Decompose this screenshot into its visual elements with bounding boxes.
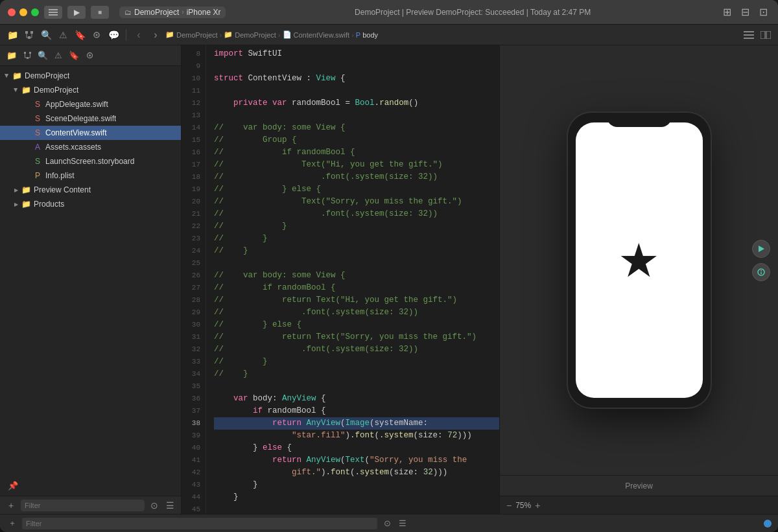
preview-play-button[interactable]: [752, 240, 770, 258]
code-line: // }: [214, 245, 499, 257]
line-num: 28: [182, 294, 206, 306]
sidebar-item-assets[interactable]: ▶ A Assets.xcassets: [0, 140, 181, 154]
secondary-toolbar: 📁 🔍 ⚠ 🔖 💬 ‹ › 📁 DemoProject › 📁 DemoProj…: [0, 25, 778, 45]
status-filter-input[interactable]: [22, 518, 377, 529]
git-icon[interactable]: [89, 28, 104, 42]
code-line: // }: [214, 220, 499, 233]
svg-rect-13: [744, 38, 754, 39]
sidebar-item-label: SceneDelegate.swift: [45, 114, 116, 123]
bookmark-icon[interactable]: 🔖: [73, 28, 87, 42]
sidebar-item-demoproj-group[interactable]: ▶ 📁 DemoProject: [0, 83, 181, 97]
file-tree: ▶ 📁 DemoProject ▶ 📁 DemoProject ▶ S AppD…: [0, 66, 181, 496]
filter-options-button[interactable]: ⊙: [148, 500, 160, 511]
search-icon[interactable]: 🔍: [39, 28, 53, 42]
arrow-icon: ▶: [12, 200, 21, 209]
svg-point-10: [96, 34, 98, 36]
sidebar-item-label: Info.plist: [45, 171, 75, 180]
editor-toggle-button[interactable]: ⊟: [738, 6, 752, 19]
sidebar-item-appdelegate[interactable]: ▶ S AppDelegate.swift: [0, 97, 181, 111]
folder-icon[interactable]: 📁: [5, 28, 19, 42]
folder-icon: 📁: [21, 185, 31, 195]
sidebar-bookmark-icon[interactable]: 🔖: [67, 49, 80, 62]
code-line: [214, 85, 499, 97]
sidebar-item-contentview[interactable]: ▶ S ContentView.swift: [0, 126, 181, 140]
sidebar-item-scenedelegate[interactable]: ▶ S SceneDelegate.swift: [0, 111, 181, 126]
layout-toggle-button[interactable]: ⊞: [720, 6, 734, 19]
preview-pane: ★: [499, 45, 778, 514]
sidebar-folder-icon[interactable]: 📁: [5, 49, 18, 62]
back-button[interactable]: ‹: [132, 28, 146, 42]
line-num: 27: [182, 282, 206, 294]
filter-input[interactable]: [21, 500, 145, 511]
svg-rect-17: [29, 52, 31, 54]
code-line: // Group {: [214, 134, 499, 146]
titlebar-status: DemoProject | Preview DemoProject: Succe…: [231, 8, 714, 17]
zoom-plus-button[interactable]: +: [535, 500, 540, 511]
warning-icon[interactable]: ⚠: [56, 28, 70, 42]
sidebar-item-preview-content[interactable]: ▶ 📁 Preview Content: [0, 183, 181, 197]
breadcrumb-demoproj1[interactable]: DemoProject: [176, 31, 218, 39]
code-line: // }: [214, 368, 499, 380]
sidebar-warning-icon[interactable]: ⚠: [52, 49, 65, 62]
breadcrumb-filename[interactable]: ContentView.swift: [294, 31, 350, 39]
inspector-toggle-button[interactable]: ⊡: [756, 6, 770, 19]
line-num: 32: [182, 343, 206, 356]
line-numbers: 8 9 10 11 12 13 14 15 16 17 18 19 20 21 …: [182, 45, 206, 514]
hierarchy-icon[interactable]: [22, 28, 36, 42]
folder-icon: 📁: [21, 199, 31, 209]
breadcrumb-symbol[interactable]: body: [362, 31, 378, 39]
maximize-button[interactable]: [31, 8, 39, 16]
sidebar-item-launchscreen[interactable]: ▶ S LaunchScreen.storyboard: [0, 154, 181, 168]
svg-rect-16: [24, 52, 26, 54]
sidebar-toggle-button[interactable]: [44, 6, 62, 19]
sidebar-item-label: Products: [34, 200, 64, 209]
preview-inspect-button[interactable]: [752, 263, 770, 281]
code-line: // var body: some View {: [214, 122, 499, 134]
filter-list-button[interactable]: ☰: [397, 518, 408, 529]
breadcrumb-demoproj2[interactable]: DemoProject: [235, 31, 276, 39]
filter-options-button[interactable]: ⊙: [381, 518, 393, 529]
line-num: 37: [182, 405, 206, 417]
code-line: gift.").font(.system(size: 32))): [214, 467, 499, 479]
line-num: 34: [182, 368, 206, 380]
sidebar-search-icon[interactable]: 🔍: [36, 49, 49, 62]
stop-button[interactable]: ■: [91, 6, 109, 19]
pin-icon[interactable]: 📌: [8, 481, 18, 491]
sidebar-hierarchy-icon[interactable]: [21, 49, 34, 62]
code-line: [214, 60, 499, 73]
line-num: 33: [182, 356, 206, 368]
arrow-icon: ▶: [12, 185, 21, 194]
code-content[interactable]: 8 9 10 11 12 13 14 15 16 17 18 19 20 21 …: [182, 45, 499, 514]
editor-mode-button[interactable]: [742, 28, 756, 42]
code-line: // if randomBool {: [214, 282, 499, 294]
minimize-button[interactable]: [19, 8, 27, 16]
line-num: 21: [182, 208, 206, 220]
phone-screen: ★: [576, 122, 703, 398]
chat-icon[interactable]: 💬: [106, 28, 121, 42]
sidebar-item-infoplist[interactable]: ▶ P Info.plist: [0, 168, 181, 183]
sidebar-git-icon[interactable]: [83, 49, 96, 62]
close-button[interactable]: [8, 8, 16, 16]
scheme-selector[interactable]: 🗂 DemoProject › iPhone Xr: [119, 6, 226, 18]
line-num: 14: [182, 122, 206, 134]
add-file-button[interactable]: +: [5, 500, 17, 511]
add-button[interactable]: +: [6, 518, 18, 529]
zoom-minus-button[interactable]: −: [506, 500, 512, 511]
sidebar-item-products[interactable]: ▶ 📁 Products: [0, 197, 181, 211]
code-line: // Text("Hi, you get the gift."): [214, 159, 499, 171]
sidebar-bottom: + ⊙ ☰: [0, 496, 181, 514]
svg-rect-12: [744, 34, 754, 36]
code-line: struct ContentView : View {: [214, 73, 499, 85]
line-num: 17: [182, 159, 206, 171]
forward-button[interactable]: ›: [148, 28, 163, 42]
canvas-button[interactable]: [759, 28, 773, 42]
sidebar-item-label: ContentView.swift: [45, 128, 107, 137]
code-lines[interactable]: import SwiftUI struct ContentView : View…: [206, 45, 499, 514]
code-line: // .font(.system(size: 32)): [214, 171, 499, 183]
swift-file-icon: S: [32, 128, 43, 138]
sidebar-item-demoproj-root[interactable]: ▶ 📁 DemoProject: [0, 69, 181, 83]
filter-toggle-button[interactable]: ☰: [164, 500, 176, 511]
code-line: // }: [214, 233, 499, 245]
toolbar-sep-1: [126, 29, 126, 41]
run-button[interactable]: ▶: [67, 6, 86, 19]
